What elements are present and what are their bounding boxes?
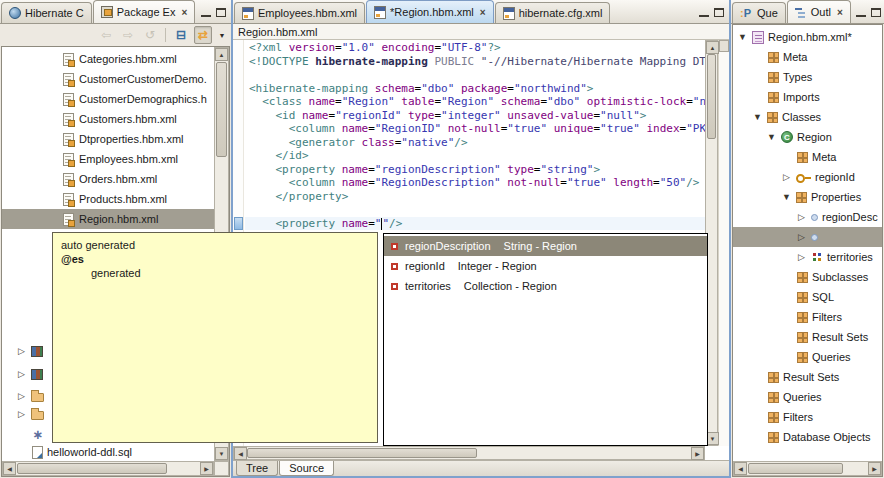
outline-item-region[interactable]: ▼Region — [733, 127, 882, 147]
outline-item-meta[interactable]: Meta — [733, 47, 882, 67]
overview-ruler[interactable] — [718, 40, 729, 446]
expand-arrow-icon[interactable]: ▷ — [796, 252, 807, 262]
code-line-6[interactable]: <id name="regionId" type="integer" unsav… — [245, 109, 705, 123]
outline-item-new-property[interactable]: ▷ — [733, 227, 882, 247]
code-line-1[interactable]: <?xml version="1.0" encoding="UTF-8"?> — [245, 41, 705, 55]
collapse-arrow-icon[interactable]: ▼ — [737, 32, 748, 42]
scroll-left-button[interactable]: ◀ — [3, 462, 16, 475]
list-item-orders-hbm-xml[interactable]: Orders.hbm.xml — [2, 169, 214, 189]
outline-item-territories[interactable]: ▷territories — [733, 247, 882, 267]
minimize-button[interactable] — [201, 9, 211, 17]
code-line-8[interactable]: <generator class="native"/> — [245, 136, 705, 150]
close-icon[interactable]: × — [480, 7, 486, 18]
project-item-library[interactable]: ▷ — [2, 342, 43, 360]
expand-arrow-icon[interactable]: ▷ — [16, 346, 27, 356]
list-item-products-hbm-xml[interactable]: Products.hbm.xml — [2, 189, 214, 209]
tab-outl[interactable]: Outl× — [787, 0, 851, 23]
code-line-13[interactable] — [245, 203, 705, 217]
page-tab-tree[interactable]: Tree — [236, 461, 278, 476]
project-item-star[interactable] — [2, 425, 44, 443]
scroll-up-button[interactable]: ▲ — [215, 48, 228, 61]
list-item-customers-hbm-xml[interactable]: Customers.hbm.xml — [2, 109, 214, 129]
expand-arrow-icon[interactable]: ▷ — [796, 232, 807, 242]
outline-item-database-objects[interactable]: Database Objects — [733, 427, 882, 447]
project-item-library[interactable]: ▷ — [2, 365, 43, 383]
maximize-button[interactable] — [714, 8, 724, 17]
project-item-folder[interactable]: ▷ — [2, 405, 44, 423]
link-with-editor-button[interactable]: ⇄ — [194, 26, 212, 44]
code-line-4[interactable]: <hibernate-mapping schema="dbo" package=… — [245, 82, 705, 96]
project-item-folder[interactable]: ▷ — [2, 387, 44, 405]
collapse-arrow-icon[interactable]: ▼ — [752, 112, 763, 122]
minimize-button[interactable] — [699, 9, 709, 17]
list-item-employees-hbm-xml[interactable]: Employees.hbm.xml — [2, 149, 214, 169]
scroll-thumb[interactable] — [216, 62, 227, 157]
collapse-arrow-icon[interactable]: ▼ — [781, 192, 792, 202]
scroll-left-button[interactable]: ◀ — [234, 447, 247, 460]
maximize-button[interactable] — [216, 8, 226, 17]
forward-button[interactable]: ⇨ — [119, 26, 137, 44]
package-explorer-hscrollbar[interactable]: ◀▶ — [2, 461, 214, 476]
outline-item-sql[interactable]: SQL — [733, 287, 882, 307]
expand-arrow-icon[interactable]: ▷ — [16, 409, 27, 419]
outline-item-queries[interactable]: Queries — [733, 387, 882, 407]
code-text[interactable]: <?xml version="1.0" encoding="UTF-8"?><!… — [245, 41, 705, 230]
list-item-customercustomerdemo[interactable]: CustomerCustomerDemo. — [2, 69, 214, 89]
outline-item-imports[interactable]: Imports — [733, 87, 882, 107]
code-line-14[interactable]: <property name=""/> — [245, 217, 705, 231]
tab-hibernate-c[interactable]: Hibernate C — [1, 2, 92, 23]
refresh-button[interactable]: ↺ — [141, 26, 159, 44]
code-line-3[interactable] — [245, 68, 705, 82]
outline-item-classes[interactable]: ▼Classes — [733, 107, 882, 127]
outline-item-filters[interactable]: Filters — [733, 407, 882, 427]
tab-hibernate-cfg-xml[interactable]: hibernate.cfg.xml — [495, 2, 611, 23]
scroll-left-button[interactable]: ◀ — [734, 462, 747, 475]
expand-arrow-icon[interactable]: ▷ — [781, 172, 792, 182]
scroll-thumb[interactable] — [748, 463, 843, 474]
list-item-region-hbm-xml[interactable]: Region.hbm.xml — [2, 209, 214, 229]
close-icon[interactable]: × — [837, 7, 843, 18]
expand-arrow-icon[interactable]: ▷ — [796, 212, 807, 222]
overview-ruler-header[interactable] — [719, 40, 729, 52]
code-line-9[interactable]: </id> — [245, 149, 705, 163]
outline-item-regiondesc[interactable]: ▷regionDesc — [733, 207, 882, 227]
tab-employees-hbm-xml[interactable]: Employees.hbm.xml — [234, 2, 365, 23]
close-icon[interactable]: × — [181, 7, 187, 18]
code-line-2[interactable]: <!DOCTYPE hibernate-mapping PUBLIC "-//H… — [245, 55, 705, 69]
code-line-12[interactable]: </property> — [245, 190, 705, 204]
outline-item-result-sets[interactable]: Result Sets — [733, 367, 882, 387]
tab-que[interactable]: Que — [732, 2, 786, 23]
code-line-11[interactable]: <column name="RegionDescription" not-nul… — [245, 176, 705, 190]
outline-item-filters[interactable]: Filters — [733, 307, 882, 327]
outline-item-meta[interactable]: Meta — [733, 147, 882, 167]
tab-package-ex[interactable]: Package Ex× — [93, 0, 196, 23]
assist-item-territories[interactable]: territoriesCollection - Region — [384, 276, 707, 296]
collapse-all-button[interactable]: ⊟ — [172, 26, 190, 44]
outline-item-queries[interactable]: Queries — [733, 347, 882, 367]
outline-item-types[interactable]: Types — [733, 67, 882, 87]
outline-item-subclasses[interactable]: Subclasses — [733, 267, 882, 287]
scroll-thumb[interactable] — [247, 448, 477, 458]
code-line-5[interactable]: <class name="Region" table="Region" sche… — [245, 95, 705, 109]
assist-item-regiondescription[interactable]: regionDescriptionString - Region — [384, 236, 707, 256]
back-button[interactable]: ⇦ — [97, 26, 115, 44]
page-tab-source[interactable]: Source — [279, 461, 334, 476]
scroll-right-button[interactable]: ▶ — [200, 462, 213, 475]
outline-item-regionid[interactable]: ▷regionId — [733, 167, 882, 187]
scroll-up-button[interactable]: ▲ — [706, 41, 719, 54]
outline-item-region-hbm-xml[interactable]: ▼Region.hbm.xml* — [733, 27, 882, 47]
assist-item-regionid[interactable]: regionIdInteger - Region — [384, 256, 707, 276]
collapse-arrow-icon[interactable]: ▼ — [766, 132, 777, 142]
maximize-button[interactable] — [871, 8, 881, 17]
tab-region-hbm-xml[interactable]: *Region.hbm.xml× — [366, 0, 494, 23]
outline-item-properties[interactable]: ▼Properties — [733, 187, 882, 207]
project-item-helloworld-ddl-sql[interactable]: helloworld-ddl.sql — [2, 443, 132, 461]
list-item-categories-hbm-xml[interactable]: Categories.hbm.xml — [2, 49, 214, 69]
scroll-down-button[interactable]: ▼ — [215, 447, 228, 460]
outline-item-result-sets[interactable]: Result Sets — [733, 327, 882, 347]
expand-arrow-icon[interactable]: ▷ — [16, 391, 27, 401]
scroll-thumb[interactable] — [17, 463, 167, 474]
editor-hscrollbar[interactable]: ◀▶ — [233, 446, 705, 460]
outline-hscrollbar[interactable]: ◀▶ — [733, 461, 882, 476]
scroll-right-button[interactable]: ▶ — [691, 447, 704, 460]
